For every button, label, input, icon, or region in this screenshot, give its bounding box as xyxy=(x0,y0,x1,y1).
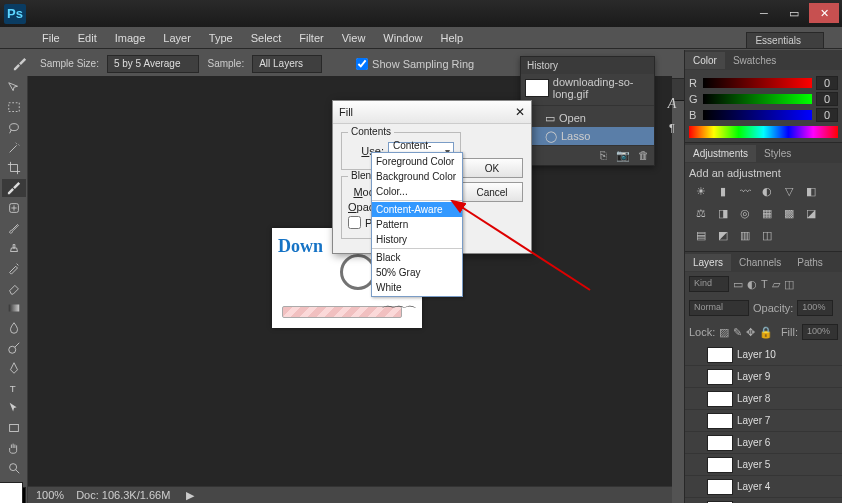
swatches-tab[interactable]: Swatches xyxy=(725,52,784,69)
menu-edit[interactable]: Edit xyxy=(70,29,105,47)
menu-layer[interactable]: Layer xyxy=(155,29,199,47)
gradient-tool[interactable] xyxy=(2,299,26,317)
crop-tool[interactable] xyxy=(2,159,26,177)
show-sampling-ring-checkbox[interactable]: Show Sampling Ring xyxy=(356,58,474,70)
eyedropper-tool[interactable] xyxy=(2,179,26,197)
g-slider[interactable] xyxy=(703,94,812,104)
history-step-open[interactable]: ▭Open xyxy=(521,109,654,127)
marquee-tool[interactable] xyxy=(2,99,26,117)
layer-row[interactable]: Layer 6 xyxy=(685,432,842,454)
adj-hue-icon[interactable]: ◧ xyxy=(803,183,819,199)
lock-all-icon[interactable]: 🔒 xyxy=(759,326,773,339)
brush-tool[interactable] xyxy=(2,219,26,237)
menu-help[interactable]: Help xyxy=(432,29,471,47)
zoom-tool[interactable] xyxy=(2,459,26,477)
adj-exposure-icon[interactable]: ◐ xyxy=(759,183,775,199)
character-panel-icon[interactable]: A xyxy=(668,96,677,112)
option-pattern[interactable]: Pattern xyxy=(372,217,462,232)
lasso-tool[interactable] xyxy=(2,119,26,137)
adj-mixer-icon[interactable]: ▦ xyxy=(759,205,775,221)
layer-filter-kind[interactable]: Kind xyxy=(689,276,729,292)
option-background-color[interactable]: Background Color xyxy=(372,169,462,184)
doc-size[interactable]: Doc: 106.3K/1.66M xyxy=(76,489,170,501)
workspace-selector[interactable]: Essentials xyxy=(746,32,824,49)
adj-invert-icon[interactable]: ◪ xyxy=(803,205,819,221)
adj-gradient-icon[interactable]: ▥ xyxy=(737,227,753,243)
menu-select[interactable]: Select xyxy=(243,29,290,47)
visibility-icon[interactable] xyxy=(689,436,703,450)
blend-mode-select[interactable]: Normal xyxy=(689,300,749,316)
r-slider[interactable] xyxy=(703,78,812,88)
adj-balance-icon[interactable]: ⚖ xyxy=(693,205,709,221)
opacity-value[interactable]: 100% xyxy=(797,300,833,316)
visibility-icon[interactable] xyxy=(689,370,703,384)
history-new-doc-icon[interactable]: ⎘ xyxy=(596,149,610,162)
history-new-snapshot-icon[interactable]: 📷 xyxy=(616,149,630,162)
window-maximize-button[interactable]: ▭ xyxy=(779,3,809,23)
option-history[interactable]: History xyxy=(372,232,462,247)
filter-pixel-icon[interactable]: ▭ xyxy=(733,278,743,291)
history-step-lasso[interactable]: ◯Lasso xyxy=(521,127,654,145)
visibility-icon[interactable] xyxy=(689,480,703,494)
status-menu-icon[interactable]: ▶ xyxy=(186,489,194,502)
window-close-button[interactable]: ✕ xyxy=(809,3,839,23)
layer-row[interactable]: Layer 5 xyxy=(685,454,842,476)
option-50-gray[interactable]: 50% Gray xyxy=(372,265,462,280)
sample-size-select[interactable]: 5 by 5 Average xyxy=(107,55,200,73)
fill-value[interactable]: 100% xyxy=(802,324,838,340)
dodge-tool[interactable] xyxy=(2,339,26,357)
option-color[interactable]: Color... xyxy=(372,184,462,199)
adj-photo-filter-icon[interactable]: ◎ xyxy=(737,205,753,221)
adj-threshold-icon[interactable]: ◩ xyxy=(715,227,731,243)
channels-tab[interactable]: Channels xyxy=(731,254,789,271)
preserve-transparency-checkbox[interactable] xyxy=(348,216,361,229)
layer-row[interactable]: Layer 7 xyxy=(685,410,842,432)
cancel-button[interactable]: Cancel xyxy=(461,182,523,202)
filter-shape-icon[interactable]: ▱ xyxy=(772,278,780,291)
magic-wand-tool[interactable] xyxy=(2,139,26,157)
color-tab[interactable]: Color xyxy=(685,52,725,69)
lock-paint-icon[interactable]: ✎ xyxy=(733,326,742,339)
filter-type-icon[interactable]: T xyxy=(761,278,768,290)
layer-row[interactable]: Layer 9 xyxy=(685,366,842,388)
filter-smart-icon[interactable]: ◫ xyxy=(784,278,794,291)
layer-row[interactable]: Layer 10 xyxy=(685,344,842,366)
visibility-icon[interactable] xyxy=(689,414,703,428)
visibility-icon[interactable] xyxy=(689,458,703,472)
sample-select[interactable]: All Layers xyxy=(252,55,322,73)
adj-curves-icon[interactable]: 〰 xyxy=(737,183,753,199)
adj-posterize-icon[interactable]: ▤ xyxy=(693,227,709,243)
layer-row[interactable]: Layer 3 xyxy=(685,498,842,503)
adjustments-tab[interactable]: Adjustments xyxy=(685,145,756,162)
menu-image[interactable]: Image xyxy=(107,29,154,47)
menu-type[interactable]: Type xyxy=(201,29,241,47)
color-ramp[interactable] xyxy=(689,126,838,138)
menu-view[interactable]: View xyxy=(334,29,374,47)
option-black[interactable]: Black xyxy=(372,250,462,265)
color-swatches[interactable] xyxy=(2,485,26,503)
option-white[interactable]: White xyxy=(372,280,462,295)
r-value[interactable]: 0 xyxy=(816,76,838,90)
adj-brightness-icon[interactable]: ☀ xyxy=(693,183,709,199)
menu-filter[interactable]: Filter xyxy=(291,29,331,47)
layer-row[interactable]: Layer 4 xyxy=(685,476,842,498)
history-snapshot[interactable]: downloading-so-long.gif xyxy=(521,74,654,102)
type-tool[interactable]: T xyxy=(2,379,26,397)
move-tool[interactable] xyxy=(2,79,26,97)
adj-lookup-icon[interactable]: ▩ xyxy=(781,205,797,221)
path-selection-tool[interactable] xyxy=(2,399,26,417)
adj-vibrance-icon[interactable]: ▽ xyxy=(781,183,797,199)
layer-row[interactable]: Layer 8 xyxy=(685,388,842,410)
paths-tab[interactable]: Paths xyxy=(789,254,831,271)
rectangle-tool[interactable] xyxy=(2,419,26,437)
menu-file[interactable]: File xyxy=(34,29,68,47)
eraser-tool[interactable] xyxy=(2,279,26,297)
filter-adjust-icon[interactable]: ◐ xyxy=(747,278,757,291)
paragraph-panel-icon[interactable]: ¶ xyxy=(669,122,675,134)
pen-tool[interactable] xyxy=(2,359,26,377)
window-minimize-button[interactable]: ─ xyxy=(749,3,779,23)
adj-bw-icon[interactable]: ◨ xyxy=(715,205,731,221)
hand-tool[interactable] xyxy=(2,439,26,457)
layers-tab[interactable]: Layers xyxy=(685,254,731,271)
clone-stamp-tool[interactable] xyxy=(2,239,26,257)
